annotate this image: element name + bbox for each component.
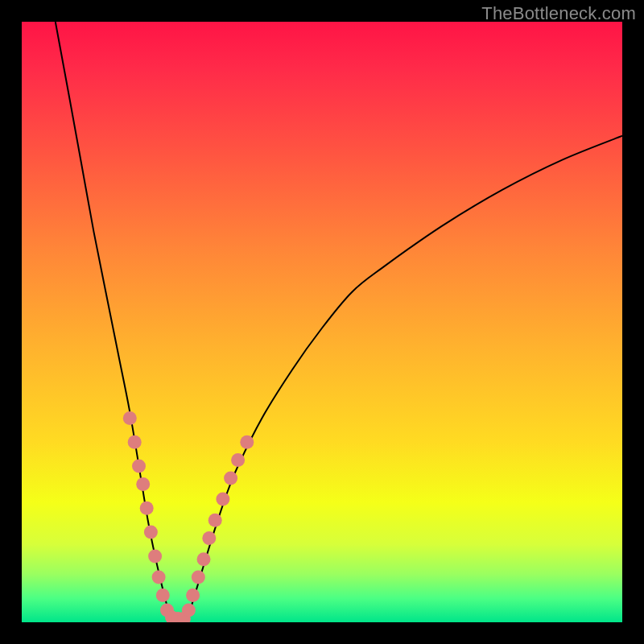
- data-point: [182, 604, 196, 617]
- data-point: [231, 453, 245, 467]
- data-point: [208, 514, 222, 527]
- bottleneck-curve-right: [187, 136, 622, 620]
- data-point: [123, 411, 137, 425]
- data-point: [136, 477, 150, 491]
- data-point: [224, 472, 237, 485]
- data-point: [140, 502, 154, 515]
- data-point: [128, 436, 142, 449]
- data-points-group: [123, 411, 254, 622]
- data-point: [192, 571, 205, 584]
- data-point: [216, 493, 229, 506]
- data-point: [197, 552, 211, 566]
- data-point: [152, 571, 166, 584]
- data-point: [186, 588, 200, 602]
- chart-frame: TheBottleneck.com: [0, 0, 644, 644]
- watermark-text: TheBottleneck.com: [481, 3, 636, 24]
- data-point: [240, 436, 254, 449]
- data-point: [156, 588, 170, 602]
- data-point: [144, 526, 158, 539]
- chart-plot-area: [22, 22, 622, 622]
- data-point: [132, 460, 146, 473]
- bottleneck-chart-svg: [22, 22, 622, 622]
- data-point: [148, 549, 162, 563]
- data-point: [202, 531, 216, 545]
